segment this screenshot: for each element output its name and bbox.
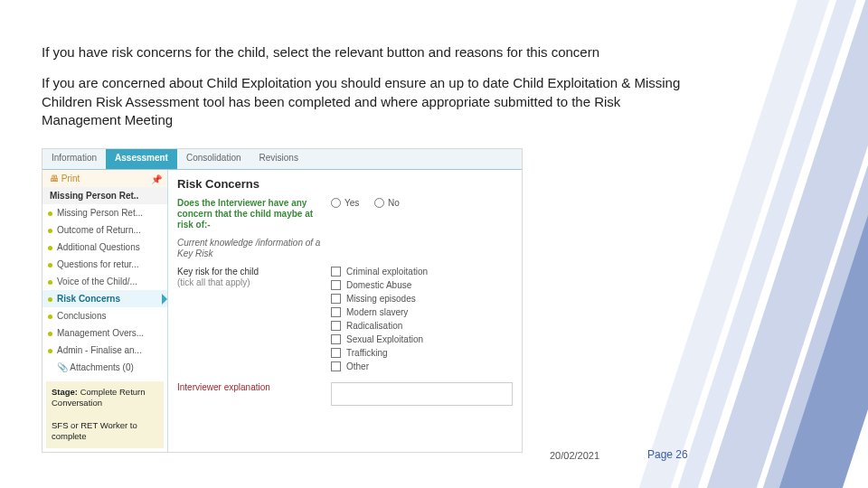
check-missing-episodes[interactable]: Missing episodes — [331, 294, 513, 304]
check-modern-slavery[interactable]: Modern slavery — [331, 307, 513, 317]
check-sexual-exploitation[interactable]: Sexual Exploitation — [331, 334, 513, 344]
tab-revisions[interactable]: Revisions — [250, 149, 307, 169]
interviewer-explanation-label: Interviewer explanation — [177, 382, 331, 393]
application-screenshot: Information Assessment Consolidation Rev… — [42, 148, 523, 453]
tick-hint: (tick all that apply) — [177, 277, 250, 287]
check-criminal-exploitation[interactable]: Criminal exploitation — [331, 267, 513, 277]
stage-label: Stage: — [52, 387, 78, 397]
sidebar-item-outcome[interactable]: Outcome of Return... — [42, 221, 167, 239]
key-risk-label: Key risk for the child — [177, 267, 259, 277]
question-interviewer-concern: Does the Interviewer have any concern th… — [177, 198, 331, 230]
sidebar-item-risk-concerns[interactable]: Risk Concerns — [42, 290, 167, 307]
main-panel: Risk Concerns Does the Interviewer have … — [167, 170, 522, 452]
check-trafficking[interactable]: Trafficking — [331, 348, 513, 358]
footer-date: 20/02/2021 — [550, 450, 599, 461]
stage-note: SFS or RET Worker to complete — [52, 420, 137, 441]
sidebar-attachments[interactable]: 📎 Attachments (0) — [42, 359, 167, 376]
sidebar-item-missing-person[interactable]: Missing Person Ret... — [42, 204, 167, 221]
sidebar-item-voice-child[interactable]: Voice of the Child/... — [42, 273, 167, 290]
check-domestic-abuse[interactable]: Domestic Abuse — [331, 280, 513, 290]
sidebar-item-conclusions[interactable]: Conclusions — [42, 307, 167, 324]
sidebar-item-admin-finalise[interactable]: Admin - Finalise an... — [42, 342, 167, 359]
pin-icon[interactable]: 📌 — [151, 174, 160, 183]
stage-box: Stage: Complete Return Conversation SFS … — [46, 381, 164, 448]
interviewer-explanation-input[interactable] — [331, 382, 513, 406]
check-radicalisation[interactable]: Radicalisation — [331, 321, 513, 331]
tab-information[interactable]: Information — [42, 149, 106, 169]
instruction-paragraph-2: If you are concerned about Child Exploit… — [42, 74, 684, 129]
sidebar: 🖶 Print 📌 Missing Person Ret.. Missing P… — [42, 170, 167, 452]
tab-consolidation[interactable]: Consolidation — [177, 149, 250, 169]
sidebar-item-questions-retur[interactable]: Questions for retur... — [42, 256, 167, 273]
check-other[interactable]: Other — [331, 361, 513, 371]
sidebar-heading: Missing Person Ret.. — [42, 187, 167, 204]
instruction-text: If you have risk concerns for the child,… — [42, 43, 684, 142]
print-link[interactable]: 🖶 Print — [50, 174, 80, 183]
radio-yes[interactable]: Yes — [331, 198, 359, 208]
footer-page-number: Page 26 — [647, 448, 688, 461]
sidebar-item-additional-questions[interactable]: Additional Questions — [42, 239, 167, 256]
radio-no[interactable]: No — [374, 198, 400, 208]
current-knowledge-label: Current knowledge /information of a Key … — [177, 238, 331, 259]
sidebar-item-management[interactable]: Management Overs... — [42, 324, 167, 342]
risk-checkbox-group: Criminal exploitation Domestic Abuse Mis… — [331, 267, 513, 375]
tab-assessment[interactable]: Assessment — [106, 149, 177, 169]
tab-bar: Information Assessment Consolidation Rev… — [42, 149, 522, 170]
instruction-paragraph-1: If you have risk concerns for the child,… — [42, 43, 684, 61]
panel-title: Risk Concerns — [177, 177, 513, 191]
